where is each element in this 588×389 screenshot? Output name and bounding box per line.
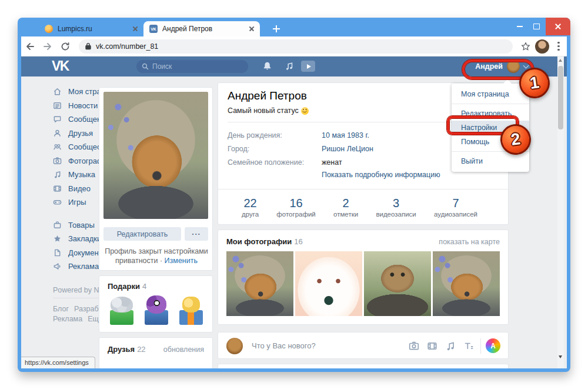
field-value[interactable]: 10 мая 1983 г.: [322, 131, 369, 139]
user-menu-button[interactable]: Андрей: [475, 56, 528, 77]
home-icon: [53, 87, 62, 96]
sidebar-label: Друзья: [68, 129, 93, 138]
avatar: [535, 39, 549, 54]
document-icon: [53, 248, 62, 257]
tab-title: Андрей Петров: [162, 25, 247, 33]
friends-header[interactable]: Друзья22: [108, 345, 146, 354]
new-tab-button[interactable]: [270, 23, 282, 35]
forward-button[interactable]: [39, 38, 56, 55]
show-on-map-link[interactable]: показать на карте: [439, 238, 500, 246]
profile-name: Андрей Петров: [228, 89, 307, 102]
news-icon: [53, 101, 62, 110]
friends-card: Друзья22 обновления: [99, 337, 213, 368]
counter-audios[interactable]: 7 аудиозаписей: [434, 197, 477, 218]
counter-label: аудиозаписей: [434, 211, 477, 218]
photo-thumb[interactable]: [295, 251, 362, 316]
counter-photos[interactable]: 16 фотографий: [276, 197, 315, 218]
photos-count: 16: [294, 237, 302, 246]
music-icon[interactable]: [285, 61, 294, 71]
notifications-bell-icon[interactable]: [262, 61, 272, 71]
messages-icon: [53, 115, 62, 124]
star-icon: [521, 42, 530, 51]
footer-link-blog[interactable]: Блог: [53, 305, 69, 313]
browser-window: Lumpics.ru VK Андрей Петров: [18, 18, 570, 372]
search-box: [136, 60, 248, 73]
gift-item[interactable]: [177, 295, 204, 325]
attach-audio-icon[interactable]: [445, 341, 456, 351]
chevron-down-icon: [523, 63, 529, 69]
attach-article-icon[interactable]: [463, 341, 474, 351]
music-note-icon: [53, 170, 62, 179]
profile-photo[interactable]: [103, 92, 208, 219]
browser-tab-vk[interactable]: VK Андрей Петров: [143, 21, 260, 36]
photo-thumb[interactable]: [364, 251, 431, 316]
window-close-button[interactable]: [546, 18, 570, 35]
video-play-icon[interactable]: [301, 61, 315, 72]
privacy-change-link[interactable]: Изменить: [165, 257, 198, 265]
photos-header[interactable]: Мои фотографии16: [226, 237, 303, 246]
scroll-up-arrow-icon[interactable]: [559, 59, 562, 62]
back-arrow-icon: [25, 42, 35, 51]
profile-counters: 22 друга 16 фотографий 2 отметки 3 видео…: [218, 189, 508, 224]
vk-favicon-icon: VK: [149, 25, 158, 33]
attach-video-icon[interactable]: [427, 341, 437, 351]
photo-thumb[interactable]: [433, 251, 500, 316]
counter-value: 2: [333, 197, 358, 210]
scroll-down-arrow-icon[interactable]: [559, 355, 562, 358]
tab-close-icon[interactable]: [247, 24, 256, 34]
counter-videos[interactable]: 3 видеозаписи: [376, 197, 416, 218]
scrollbar-thumb[interactable]: [558, 66, 563, 129]
bookmark-star-button[interactable]: [517, 38, 534, 55]
field-value: женат: [322, 158, 342, 167]
friends-updates-link[interactable]: обновления: [163, 345, 204, 354]
gift-item[interactable]: [142, 295, 169, 325]
gifts-header[interactable]: Подарки4: [108, 282, 204, 291]
lumpics-favicon-icon: [45, 25, 53, 33]
window-maximize-button[interactable]: [528, 18, 544, 35]
profile-actions: Редактировать ···: [103, 227, 208, 241]
photos-title: Мои фотографии: [226, 237, 292, 246]
smiley-emoji-icon: [301, 107, 309, 115]
profile-status[interactable]: Самый новый статус: [228, 107, 309, 115]
gift-item[interactable]: [108, 295, 135, 325]
composer-attachments: [409, 341, 474, 351]
gifts-title: Подарки: [108, 282, 140, 291]
counter-tags[interactable]: 2 отметки: [333, 197, 358, 218]
browser-tabbar: Lumpics.ru VK Андрей Петров: [18, 18, 570, 36]
divider: [452, 104, 529, 104]
more-actions-button[interactable]: ···: [185, 227, 208, 241]
show-more-link[interactable]: Показать подробную информацию: [322, 171, 440, 179]
attach-photo-icon[interactable]: [409, 341, 419, 351]
tab-close-icon[interactable]: [131, 24, 140, 34]
camera-icon: [53, 157, 62, 165]
lock-icon: [85, 42, 92, 50]
gifts-row: [108, 295, 204, 325]
edit-profile-button[interactable]: Редактировать: [103, 227, 181, 241]
field-value[interactable]: Ришон ЛеЦион: [322, 145, 373, 153]
gamepad-icon: [53, 198, 62, 207]
footer-link-ads[interactable]: Реклама: [53, 315, 82, 323]
film-icon: [53, 184, 62, 193]
post-background-icon[interactable]: A: [486, 338, 500, 353]
back-button[interactable]: [21, 38, 39, 55]
photo-thumbnails: [226, 251, 500, 316]
window-minimize-button[interactable]: [512, 18, 528, 35]
composer-input[interactable]: Что у Вас нового?: [252, 341, 316, 350]
friends-icon: [53, 129, 62, 138]
menu-notch: [503, 79, 512, 88]
reload-button[interactable]: [56, 38, 74, 55]
search-input[interactable]: [136, 60, 248, 73]
counter-friends[interactable]: 22 друга: [242, 197, 259, 218]
menu-item-my-page[interactable]: Моя страница: [452, 87, 529, 101]
menu-item-logout[interactable]: Выйти: [452, 154, 529, 168]
browser-tab-lumpics[interactable]: Lumpics.ru: [39, 21, 143, 36]
photo-thumb[interactable]: [226, 251, 293, 316]
vk-logo[interactable]: VK: [52, 58, 69, 74]
browser-profile-avatar[interactable]: [534, 38, 550, 55]
address-bar[interactable]: vk.com/number_81: [79, 39, 513, 54]
page-scrollbar[interactable]: [557, 56, 564, 368]
star-icon: [53, 234, 62, 243]
menu-item-edit[interactable]: Редактировать: [452, 107, 529, 121]
post-composer-card: Что у Вас нового? A: [218, 332, 509, 359]
browser-menu-button[interactable]: [550, 38, 567, 55]
